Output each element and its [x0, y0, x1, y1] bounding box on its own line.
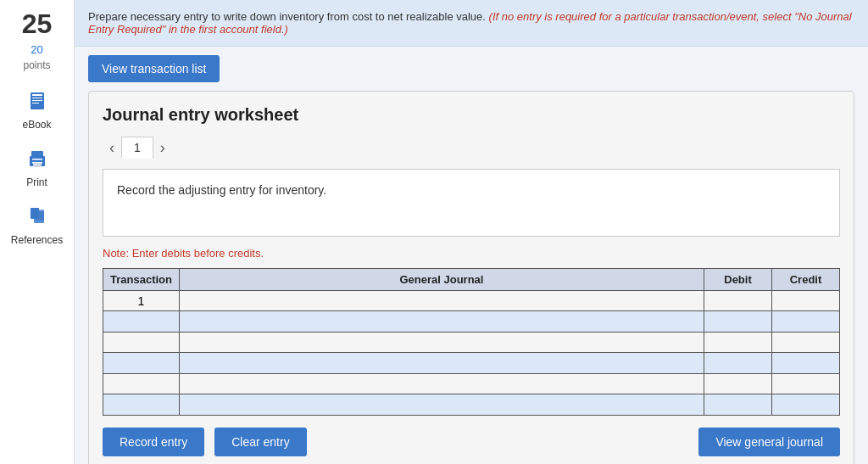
- transaction-cell: [103, 374, 180, 394]
- instruction-box: Record the adjusting entry for inventory…: [103, 169, 840, 237]
- ebook-label: eBook: [22, 119, 51, 131]
- credit-cell[interactable]: [772, 353, 840, 374]
- clear-entry-button[interactable]: Clear entry: [214, 428, 306, 456]
- table-row: [103, 333, 840, 353]
- svg-rect-7: [32, 159, 42, 160]
- journal-input[interactable]: [183, 313, 700, 330]
- credit-input[interactable]: [776, 355, 836, 372]
- main-content: Prepare necessary entry to write down in…: [75, 0, 868, 464]
- points-label: points: [23, 59, 50, 71]
- transaction-number: 1: [138, 294, 145, 308]
- journal-cell[interactable]: [179, 374, 704, 394]
- debit-input[interactable]: [708, 377, 768, 391]
- credit-cell[interactable]: [772, 333, 840, 353]
- journal-input[interactable]: [183, 377, 700, 391]
- debit-input[interactable]: [708, 293, 768, 308]
- debit-input[interactable]: [708, 335, 768, 349]
- transaction-cell: [103, 394, 180, 416]
- sidebar-item-print[interactable]: Print: [22, 146, 53, 188]
- table-row: [103, 394, 840, 416]
- debit-cell[interactable]: [704, 374, 772, 394]
- debit-cell[interactable]: [704, 394, 772, 416]
- debit-input[interactable]: [708, 355, 768, 372]
- journal-input[interactable]: [183, 293, 700, 308]
- prev-tab-button[interactable]: ‹: [103, 137, 121, 159]
- record-entry-button[interactable]: Record entry: [103, 428, 204, 456]
- transaction-cell: 1: [103, 291, 180, 311]
- journal-input[interactable]: [183, 355, 700, 372]
- transaction-cell: [103, 353, 180, 374]
- col-header-debit: Debit: [704, 269, 772, 291]
- col-header-journal: General Journal: [179, 269, 704, 291]
- instruction-text: Record the adjusting entry for inventory…: [117, 183, 326, 197]
- sidebar: 25 20 points eBook Print: [0, 0, 75, 464]
- credit-cell[interactable]: [772, 394, 840, 416]
- credit-input[interactable]: [776, 335, 836, 349]
- top-banner: Prepare necessary entry to write down in…: [75, 0, 868, 47]
- toolbar: View transaction list: [75, 47, 868, 91]
- active-tab[interactable]: 1: [121, 137, 153, 159]
- journal-table: Transaction General Journal Debit Credit…: [103, 268, 840, 416]
- question-number: 25: [22, 8, 53, 40]
- bottom-buttons: Record entry Clear entry View general jo…: [103, 428, 840, 456]
- journal-cell[interactable]: [179, 333, 704, 353]
- svg-rect-2: [32, 98, 42, 98]
- print-icon: [22, 146, 53, 173]
- print-label: Print: [26, 176, 47, 188]
- journal-cell[interactable]: [179, 291, 704, 311]
- credit-cell[interactable]: [772, 311, 840, 333]
- sidebar-item-ebook[interactable]: eBook: [22, 88, 53, 131]
- debit-input[interactable]: [708, 396, 768, 413]
- credit-cell[interactable]: [772, 291, 840, 311]
- debit-cell[interactable]: [704, 311, 772, 333]
- table-row: 1: [103, 291, 840, 311]
- view-general-journal-button[interactable]: View general journal: [698, 428, 840, 456]
- next-tab-button[interactable]: ›: [153, 137, 172, 159]
- credit-input[interactable]: [776, 293, 836, 308]
- worksheet-title: Journal entry worksheet: [103, 105, 840, 125]
- worksheet-container: Journal entry worksheet ‹ 1 › Record the…: [88, 91, 854, 464]
- col-header-transaction: Transaction: [103, 269, 180, 291]
- debit-input[interactable]: [708, 313, 768, 330]
- debit-cell[interactable]: [704, 353, 772, 374]
- svg-rect-9: [33, 163, 42, 167]
- svg-rect-4: [32, 103, 39, 103]
- col-header-credit: Credit: [772, 269, 840, 291]
- credit-input[interactable]: [776, 313, 836, 330]
- credit-input[interactable]: [776, 396, 836, 413]
- svg-rect-1: [32, 94, 42, 96]
- transaction-cell: [103, 311, 180, 333]
- table-row: [103, 353, 840, 374]
- journal-input[interactable]: [183, 335, 700, 349]
- debit-cell[interactable]: [704, 333, 772, 353]
- debit-cell[interactable]: [704, 291, 772, 311]
- ebook-icon: [22, 88, 53, 115]
- credit-input[interactable]: [776, 377, 836, 391]
- tab-navigation: ‹ 1 ›: [103, 137, 840, 159]
- journal-cell[interactable]: [179, 311, 704, 333]
- journal-cell[interactable]: [179, 353, 704, 374]
- references-icon: [22, 204, 53, 231]
- table-row: [103, 311, 840, 333]
- transaction-cell: [103, 333, 180, 353]
- references-label: References: [11, 234, 63, 246]
- credit-cell[interactable]: [772, 374, 840, 394]
- journal-cell[interactable]: [179, 394, 704, 416]
- svg-rect-12: [36, 210, 44, 221]
- banner-text: Prepare necessary entry to write down in…: [88, 10, 486, 23]
- note-text: Note: Enter debits before credits.: [103, 247, 840, 260]
- sidebar-item-references[interactable]: References: [11, 204, 63, 246]
- journal-input[interactable]: [183, 396, 700, 413]
- svg-rect-3: [32, 100, 42, 101]
- table-row: [103, 374, 840, 394]
- points-value: 20: [31, 43, 42, 56]
- view-transaction-button[interactable]: View transaction list: [88, 55, 220, 82]
